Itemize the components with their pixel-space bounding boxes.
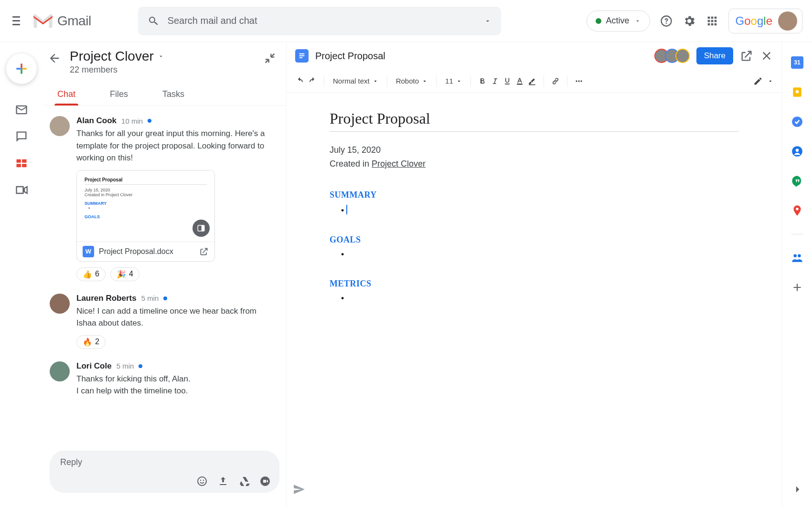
help-icon[interactable] <box>660 14 673 28</box>
reply-input[interactable]: Reply <box>50 451 279 493</box>
svg-rect-8 <box>529 84 535 85</box>
add-addon-icon[interactable] <box>791 281 803 294</box>
keep-icon[interactable] <box>791 86 803 98</box>
editing-mode-icon[interactable] <box>753 76 763 86</box>
avatar[interactable] <box>50 116 70 136</box>
svg-point-3 <box>198 477 206 486</box>
maps-icon[interactable] <box>791 204 803 217</box>
emoji-icon[interactable] <box>196 475 208 487</box>
close-icon[interactable] <box>760 49 773 63</box>
doc-canvas[interactable]: Project Proposal July 15, 2020 Created i… <box>287 93 782 507</box>
drive-icon[interactable] <box>238 475 250 487</box>
doc-title[interactable]: Project Proposal <box>315 51 385 62</box>
italic-icon[interactable] <box>490 76 500 86</box>
tab-tasks[interactable]: Tasks <box>160 84 187 105</box>
doc-section-heading: METRICS <box>330 279 739 289</box>
redo-icon[interactable] <box>308 76 317 86</box>
presence-label: Active <box>606 16 630 26</box>
tab-files[interactable]: Files <box>107 84 131 105</box>
open-external-icon[interactable] <box>199 247 209 256</box>
search-input[interactable] <box>168 15 484 26</box>
more-icon[interactable] <box>574 76 584 86</box>
upload-icon[interactable] <box>217 475 229 487</box>
presence-pill[interactable]: Active <box>587 11 650 32</box>
svg-point-16 <box>796 149 799 152</box>
svg-rect-2 <box>202 225 204 231</box>
chevron-down-icon <box>373 78 378 84</box>
room-tabs: Chat Files Tasks <box>43 84 286 106</box>
reaction-chip[interactable]: 👍6 <box>76 267 106 281</box>
svg-point-13 <box>796 90 799 94</box>
undo-icon[interactable] <box>295 76 305 86</box>
hangouts-icon[interactable] <box>791 175 803 187</box>
message-text: Thanks for kicking this off, Alan. I can… <box>76 373 278 397</box>
unread-dot-icon <box>163 296 167 300</box>
tab-chat[interactable]: Chat <box>54 84 78 105</box>
doc-section-heading: GOALS <box>330 235 739 245</box>
doc-created-link[interactable]: Project Clover <box>372 159 426 169</box>
expand-panel-icon[interactable] <box>791 483 803 496</box>
currents-icon[interactable] <box>791 252 803 264</box>
avatar[interactable] <box>50 361 70 381</box>
attachment-name: Project Proposal.docx <box>99 247 194 256</box>
video-chat-icon[interactable] <box>259 475 271 487</box>
doc-toolbar: Normal text Roboto 11 <box>287 70 782 93</box>
share-button[interactable]: Share <box>696 47 733 64</box>
open-external-icon[interactable] <box>740 49 753 63</box>
meet-icon[interactable] <box>15 183 28 197</box>
menu-icon[interactable] <box>10 13 23 28</box>
chevron-down-icon <box>456 78 462 84</box>
search-dropdown-icon[interactable] <box>484 15 491 27</box>
unread-dot-icon <box>148 119 151 123</box>
collapse-icon[interactable] <box>263 52 277 65</box>
svg-point-11 <box>580 80 582 82</box>
presence-dot-icon <box>596 18 601 24</box>
chevron-down-icon[interactable] <box>768 78 773 84</box>
font-size-select[interactable]: 11 <box>443 75 464 87</box>
back-icon[interactable] <box>48 52 61 65</box>
mail-icon[interactable] <box>15 103 28 116</box>
svg-rect-0 <box>21 68 22 70</box>
room-members[interactable]: 22 members <box>70 65 164 75</box>
reaction-chip[interactable]: 🎉4 <box>110 267 139 281</box>
calendar-icon[interactable]: 31 <box>791 56 803 69</box>
insert-link-icon[interactable] <box>551 76 560 86</box>
svg-point-18 <box>793 254 797 257</box>
gmail-logo[interactable]: Gmail <box>32 12 91 30</box>
presence-avatars[interactable] <box>654 49 690 63</box>
highlight-icon[interactable] <box>527 76 537 86</box>
rooms-icon[interactable] <box>15 157 28 170</box>
send-button[interactable] <box>293 483 305 497</box>
apps-icon[interactable] <box>705 14 719 28</box>
bold-icon[interactable] <box>478 76 487 86</box>
font-family-select[interactable]: Roboto <box>394 75 429 87</box>
message: Lori Cole 5 min Thanks for kicking this … <box>50 361 278 397</box>
message: Lauren Roberts 5 min Nice! I can add a t… <box>50 294 278 349</box>
user-avatar[interactable] <box>778 11 797 31</box>
chevron-down-icon <box>158 53 164 60</box>
search-bar[interactable] <box>138 7 501 35</box>
room-name[interactable]: Project Clover <box>70 49 164 64</box>
text-color-icon[interactable] <box>515 76 524 86</box>
message: Alan Cook 10 min Thanks for all your gre… <box>50 116 278 281</box>
gmail-logo-text: Gmail <box>57 13 91 29</box>
attachment-card[interactable]: Project Proposal July 15, 2020 Created i… <box>76 170 215 262</box>
chat-icon[interactable] <box>15 130 28 143</box>
settings-icon[interactable] <box>683 14 696 28</box>
reaction-chip[interactable]: 🔥2 <box>76 335 106 349</box>
reply-placeholder: Reply <box>60 457 82 467</box>
avatar[interactable] <box>50 294 70 314</box>
doc-section-heading: SUMMARY <box>330 190 739 200</box>
open-side-icon[interactable] <box>192 220 210 237</box>
compose-button[interactable] <box>6 53 37 84</box>
svg-point-19 <box>798 254 801 257</box>
tasks-icon[interactable] <box>791 116 803 128</box>
google-account-badge[interactable]: Google <box>728 9 802 33</box>
chevron-down-icon <box>634 18 641 24</box>
paragraph-style-select[interactable]: Normal text <box>331 75 380 87</box>
doc-date: July 15, 2020 <box>330 143 739 157</box>
message-time: 10 min <box>121 117 143 125</box>
contacts-icon[interactable] <box>791 145 803 158</box>
attachment-preview: Project Proposal July 15, 2020 Created i… <box>77 170 214 242</box>
underline-icon[interactable] <box>502 76 512 86</box>
